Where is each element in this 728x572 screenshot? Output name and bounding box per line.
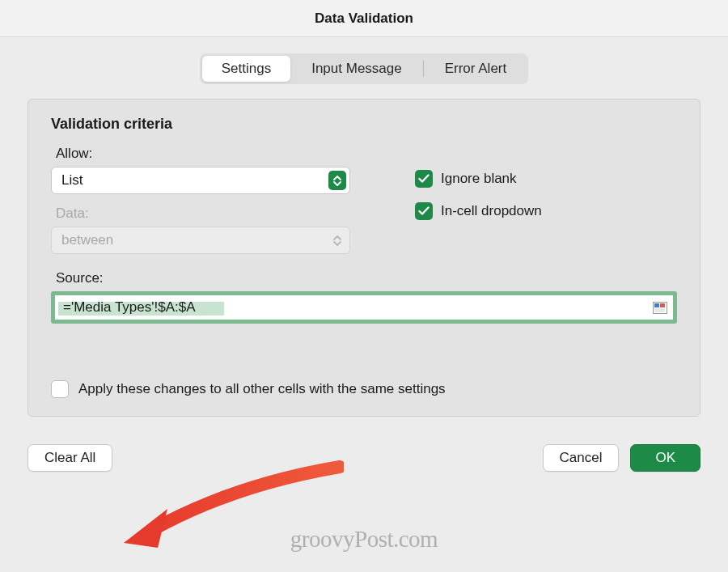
data-select: between <box>51 227 350 254</box>
data-select-value: between <box>61 232 113 248</box>
check-icon <box>418 206 430 216</box>
source-input-value[interactable]: ='Media Types'!$A:$A <box>55 299 652 316</box>
incell-dropdown-row[interactable]: In-cell dropdown <box>415 202 677 220</box>
clear-all-button[interactable]: Clear All <box>28 444 112 472</box>
annotation-arrow-icon <box>109 460 344 557</box>
ignore-blank-label: Ignore blank <box>441 171 517 187</box>
apply-all-row[interactable]: Apply these changes to all other cells w… <box>51 380 677 398</box>
check-icon <box>418 174 430 184</box>
incell-dropdown-checkbox[interactable] <box>415 202 433 220</box>
footer-right-buttons: Cancel OK <box>543 444 700 472</box>
criteria-right-column: Ignore blank In-cell dropdown <box>415 146 677 265</box>
svg-rect-3 <box>654 308 665 312</box>
cancel-button[interactable]: Cancel <box>543 444 620 472</box>
ok-button[interactable]: OK <box>630 444 700 472</box>
tab-separator <box>423 61 424 77</box>
criteria-row: Allow: List Data: between <box>51 146 677 265</box>
tab-error-alert[interactable]: Error Alert <box>425 56 527 82</box>
dialog-title-text: Data Validation <box>315 11 413 27</box>
allow-label: Allow: <box>56 146 366 162</box>
svg-rect-2 <box>660 303 665 307</box>
ignore-blank-checkbox[interactable] <box>415 170 433 188</box>
ignore-blank-row[interactable]: Ignore blank <box>415 170 677 188</box>
range-picker-icon[interactable] <box>652 300 668 315</box>
dialog-content: Settings Input Message Error Alert Valid… <box>0 37 728 431</box>
watermark: groovyPost.com <box>290 526 438 553</box>
source-input-border: ='Media Types'!$A:$A <box>51 291 677 324</box>
apply-all-label: Apply these changes to all other cells w… <box>78 381 446 397</box>
criteria-left-column: Allow: List Data: between <box>51 146 366 265</box>
dialog-footer: Clear All Cancel OK <box>0 431 728 472</box>
tabs-container: Settings Input Message Error Alert <box>28 53 700 84</box>
dialog-title: Data Validation <box>0 0 728 37</box>
criteria-heading: Validation criteria <box>51 116 677 133</box>
source-section: Source: ='Media Types'!$A:$A <box>51 270 677 324</box>
incell-dropdown-label: In-cell dropdown <box>441 203 542 219</box>
source-input[interactable]: ='Media Types'!$A:$A <box>55 295 673 320</box>
apply-all-checkbox[interactable] <box>51 380 69 398</box>
tab-settings[interactable]: Settings <box>202 56 290 82</box>
criteria-panel: Validation criteria Allow: List Data: be… <box>28 99 700 417</box>
select-stepper-icon <box>328 231 346 250</box>
svg-rect-1 <box>654 303 659 307</box>
select-stepper-icon <box>328 171 346 190</box>
allow-select[interactable]: List <box>51 167 350 194</box>
source-label: Source: <box>56 270 677 286</box>
svg-marker-4 <box>124 509 167 548</box>
tab-strip: Settings Input Message Error Alert <box>200 53 528 84</box>
tab-input-message[interactable]: Input Message <box>292 56 421 82</box>
data-label: Data: <box>56 205 366 222</box>
allow-select-value: List <box>61 172 83 189</box>
